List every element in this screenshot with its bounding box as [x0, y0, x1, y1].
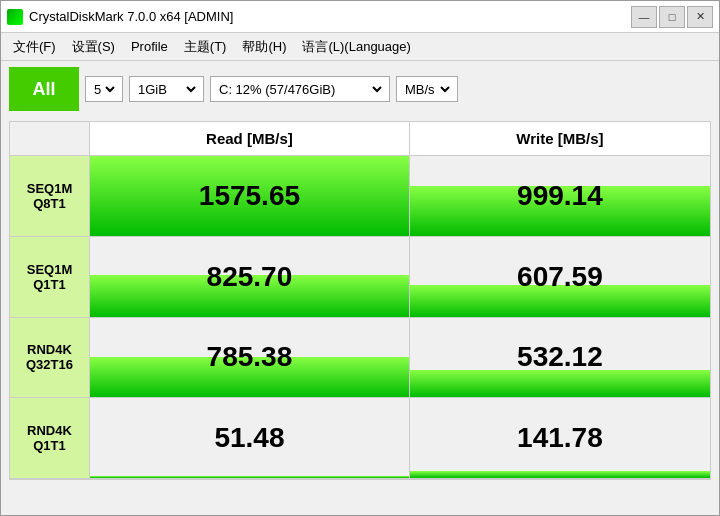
read-text-3: 51.48 [90, 398, 409, 478]
col-header-read: Read [MB/s] [90, 122, 410, 156]
menu-item-t[interactable]: 主题(T) [176, 35, 235, 59]
window-controls: — □ ✕ [631, 6, 713, 28]
drive-select[interactable]: C: 12% (57/476GiB) [210, 76, 390, 102]
read-text-2: 785.38 [90, 318, 409, 398]
read-value-1: 825.70 [90, 236, 410, 317]
app-icon [7, 9, 23, 25]
count-dropdown[interactable]: 5 1 3 9 [90, 81, 118, 98]
row-label-3: RND4KQ1T1 [10, 398, 90, 479]
write-value-2: 532.12 [409, 317, 710, 398]
write-text-0: 999.14 [410, 156, 710, 236]
read-text-0: 1575.65 [90, 156, 409, 236]
read-value-3: 51.48 [90, 398, 410, 479]
read-value-0: 1575.65 [90, 156, 410, 237]
write-text-3: 141.78 [410, 398, 710, 478]
main-content: Read [MB/s] Write [MB/s] SEQ1MQ8T11575.6… [1, 117, 719, 515]
benchmark-table: Read [MB/s] Write [MB/s] SEQ1MQ8T11575.6… [9, 121, 711, 479]
count-select[interactable]: 5 1 3 9 [85, 76, 123, 102]
write-value-0: 999.14 [409, 156, 710, 237]
maximize-button[interactable]: □ [659, 6, 685, 28]
row-label-1: SEQ1MQ1T1 [10, 236, 90, 317]
row-label-0: SEQ1MQ8T1 [10, 156, 90, 237]
unit-dropdown[interactable]: MB/s GB/s IOPS [401, 81, 453, 98]
unit-select[interactable]: MB/s GB/s IOPS [396, 76, 458, 102]
menu-item-f[interactable]: 文件(F) [5, 35, 64, 59]
col-header-write: Write [MB/s] [409, 122, 710, 156]
title-bar: CrystalDiskMark 7.0.0 x64 [ADMIN] — □ ✕ [1, 1, 719, 33]
read-value-2: 785.38 [90, 317, 410, 398]
toolbar: All 5 1 3 9 1GiB 512MiB 2GiB C: 12% (57/… [1, 61, 719, 117]
window-title: CrystalDiskMark 7.0.0 x64 [ADMIN] [29, 9, 233, 24]
close-button[interactable]: ✕ [687, 6, 713, 28]
footer-bar [9, 479, 711, 507]
size-dropdown[interactable]: 1GiB 512MiB 2GiB [134, 81, 199, 98]
minimize-button[interactable]: — [631, 6, 657, 28]
all-button[interactable]: All [9, 67, 79, 111]
drive-dropdown[interactable]: C: 12% (57/476GiB) [215, 81, 385, 98]
main-window: CrystalDiskMark 7.0.0 x64 [ADMIN] — □ ✕ … [0, 0, 720, 516]
write-text-1: 607.59 [410, 237, 710, 317]
col-header-label [10, 122, 90, 156]
write-value-1: 607.59 [409, 236, 710, 317]
row-label-2: RND4KQ32T16 [10, 317, 90, 398]
menu-item-s[interactable]: 设置(S) [64, 35, 123, 59]
write-value-3: 141.78 [409, 398, 710, 479]
menu-item-llanguage[interactable]: 语言(L)(Language) [294, 35, 418, 59]
read-text-1: 825.70 [90, 237, 409, 317]
title-bar-left: CrystalDiskMark 7.0.0 x64 [ADMIN] [7, 9, 233, 25]
menu-bar: 文件(F)设置(S)Profile主题(T)帮助(H)语言(L)(Languag… [1, 33, 719, 61]
size-select[interactable]: 1GiB 512MiB 2GiB [129, 76, 204, 102]
write-text-2: 532.12 [410, 318, 710, 398]
menu-item-profile[interactable]: Profile [123, 36, 176, 57]
menu-item-h[interactable]: 帮助(H) [234, 35, 294, 59]
